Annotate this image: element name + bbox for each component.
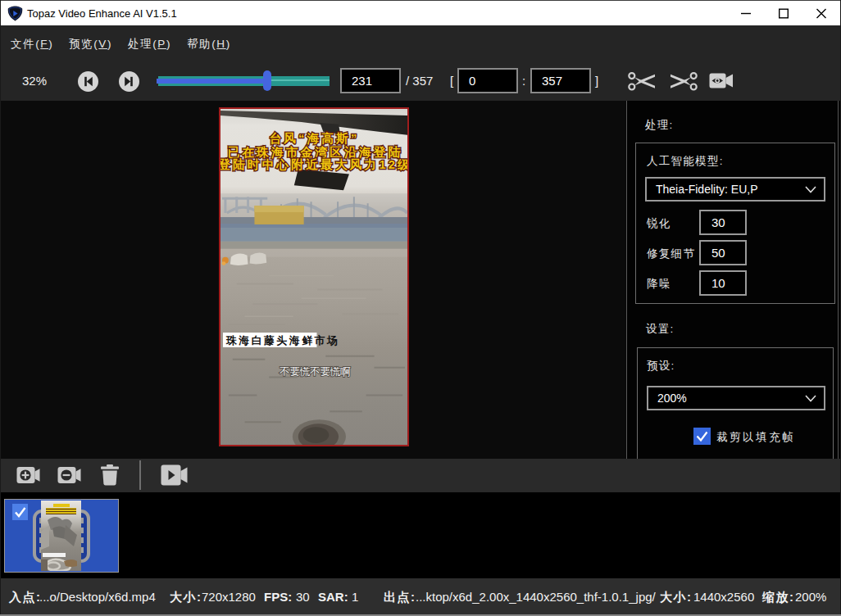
svg-text:珠海白藤头海鲜市场: 珠海白藤头海鲜市场: [225, 334, 340, 346]
svg-text:登陆时中心附近最大风力12级: 登陆时中心附近最大风力12级: [220, 157, 407, 171]
svg-text:不要慌不要慌啊: 不要慌不要慌啊: [279, 366, 350, 378]
svg-text:台风“海高斯”: 台风“海高斯”: [269, 131, 359, 145]
svg-text:已在珠海市金湾区沿海登陆: 已在珠海市金湾区沿海登陆: [227, 145, 402, 159]
